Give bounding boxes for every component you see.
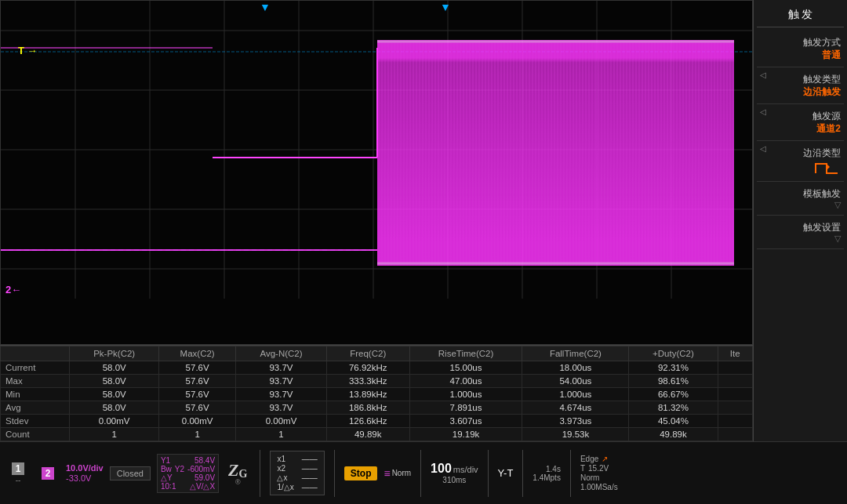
delay-val: 1.4s <box>533 465 561 473</box>
row-cell: 19.53k <box>522 428 629 441</box>
ax-diff-value: —— <box>302 473 318 482</box>
col-header-max: Max(C2) <box>159 346 236 361</box>
ch2-marker: 2← <box>5 284 21 296</box>
row-cell: 57.6V <box>159 375 236 388</box>
col-header-duty: +Duty(C2) <box>629 346 718 361</box>
timescale-unit: ms/div <box>453 465 478 474</box>
row-cell: 186.8kHz <box>326 401 409 415</box>
row-label: Stdev <box>1 415 70 428</box>
waveform-svg <box>377 40 734 266</box>
ch2-eq-icon: ≡ <box>384 467 390 480</box>
row-cell: 47.00us <box>409 375 522 388</box>
row-cell <box>718 361 752 375</box>
ax-label: △V/△X <box>190 482 215 491</box>
row-cell: 58.0V <box>70 375 159 388</box>
timescale-value: 100 <box>431 462 452 476</box>
svg-marker-26 <box>827 164 830 170</box>
trigger-settings-section[interactable]: 触发设置 ▽ <box>757 217 844 249</box>
y2-label: Y2 <box>175 465 184 473</box>
trigger-mode-value: 普通 <box>822 49 841 62</box>
row-cell: 66.67% <box>629 388 718 401</box>
ch2-params-box: Y1 58.4V Bw Y2 -600mV △Y 59.0V 10∶1 △V/△… <box>157 454 219 493</box>
col-header-freq: Freq(C2) <box>326 346 409 361</box>
ch2-number: 2 <box>42 467 55 480</box>
row-cell: 57.6V <box>159 388 236 401</box>
trigger-t-row: T 15.2V <box>580 464 618 473</box>
closed-indicator: Closed <box>110 466 151 480</box>
bw-label: Bw <box>161 465 172 473</box>
x1-row: x1 —— <box>277 455 317 463</box>
trigger-type-arrow: ◁ <box>760 71 766 79</box>
trigger-source-section[interactable]: ◁ 触发源 通道2 <box>757 106 844 141</box>
scope-screen: ▼ ▼ T → 2← <box>0 0 753 345</box>
row-cell: 57.6V <box>159 361 236 375</box>
row-cell: 1.000us <box>409 388 522 401</box>
trigger-edge-label: 边沿类型 <box>803 147 841 159</box>
row-label: Min <box>1 388 70 401</box>
mpts-val: 1.4Mpts <box>533 473 561 482</box>
row-cell: 58.0V <box>70 361 159 375</box>
divider-6 <box>570 450 571 497</box>
ch2-indicator: 2 <box>36 467 60 480</box>
cursor-box: x1 —— x2 —— △x —— 1/△x —— <box>270 451 324 495</box>
col-header-avg: Avg-N(C2) <box>236 346 326 361</box>
trigger-edge-arrow: ◁ <box>760 144 766 153</box>
row-label: Max <box>1 375 70 388</box>
status-bar: 1 -- 2 10.0V/div -33.0V Closed Y1 58.4V … <box>0 441 847 504</box>
table-row: Avg58.0V57.6V93.7V186.8kHz7.891us4.674us… <box>1 401 753 415</box>
trigger-settings-arrow: ▽ <box>834 234 841 244</box>
row-cell: 93.7V <box>236 361 326 375</box>
trigger-source-value: 通道2 <box>816 122 841 136</box>
stop-button[interactable]: Stop <box>344 466 378 480</box>
row-cell: 15.00us <box>409 361 522 375</box>
ch1-indicator: 1 -- <box>6 462 30 484</box>
col-header-label <box>1 346 70 361</box>
logo: ZG ® <box>228 460 247 486</box>
row-cell: 45.04% <box>629 415 718 428</box>
acq-info: 1.4s 1.4Mpts <box>533 465 561 482</box>
col-header-pkpk: Pk-Pk(C2) <box>70 346 159 361</box>
table-row: Max58.0V57.6V93.7V333.3kHz47.00us54.00us… <box>1 375 753 388</box>
trigger-type-section[interactable]: ◁ 触发类型 边沿触发 <box>757 69 844 104</box>
row-cell: 333.3kHz <box>326 375 409 388</box>
trigger-mode-label: 触发方式 <box>803 37 841 49</box>
measurement-table: Pk-Pk(C2) Max(C2) Avg-N(C2) Freq(C2) Ris… <box>0 345 753 441</box>
inv-ax-label: 1/△x <box>277 483 293 491</box>
acq-time: 310ms <box>442 476 466 484</box>
row-cell: 54.00us <box>522 375 629 388</box>
norm-row: Norm <box>580 473 618 482</box>
trigger-label: T → <box>18 45 38 56</box>
row-cell: 126.6kHz <box>326 415 409 428</box>
divider-2 <box>334 450 335 497</box>
ax-row: △x —— <box>277 473 317 482</box>
bw-row: Bw Y2 -600mV <box>161 465 215 473</box>
row-cell: 57.6V <box>159 401 236 415</box>
yt-label: Y-T <box>498 467 514 479</box>
row-cell: 93.7V <box>236 375 326 388</box>
trigger-source-arrow: ◁ <box>760 107 766 116</box>
ay-value: 59.0V <box>194 473 215 482</box>
ch2-div-value: 10.0V/div <box>66 463 104 473</box>
ch1-number: 1 <box>12 462 25 475</box>
sample-rate: 1.00MSa/s <box>580 483 618 491</box>
row-cell <box>718 401 752 415</box>
x2-row: x2 —— <box>277 464 317 473</box>
row-cell <box>718 388 752 401</box>
trigger-mode-section[interactable]: 触发方式 普通 <box>757 32 844 67</box>
row-cell: 1 <box>236 428 326 441</box>
trigger-settings-label: 触发设置 <box>803 222 841 234</box>
template-trigger-section[interactable]: 模板触发 ▽ <box>757 183 844 216</box>
col-header-ite: Ite <box>718 346 752 361</box>
x1-value: —— <box>302 455 318 463</box>
row-cell: 13.89kHz <box>326 388 409 401</box>
trigger-panel-title: 触 发 <box>757 3 844 27</box>
row-cell: 93.7V <box>236 401 326 415</box>
trigger-edge-section[interactable]: ◁ 边沿类型 <box>757 143 844 182</box>
trigger-panel: 触 发 触发方式 普通 ◁ 触发类型 边沿触发 ◁ 触发源 通道2 ◁ 边沿类型 <box>753 0 847 441</box>
trigger-marker-2: ▼ <box>440 1 451 13</box>
row-cell: 81.32% <box>629 401 718 415</box>
row-label: Current <box>1 361 70 375</box>
row-cell: 49.89k <box>326 428 409 441</box>
row-cell: 92.31% <box>629 361 718 375</box>
svg-rect-23 <box>377 40 734 266</box>
